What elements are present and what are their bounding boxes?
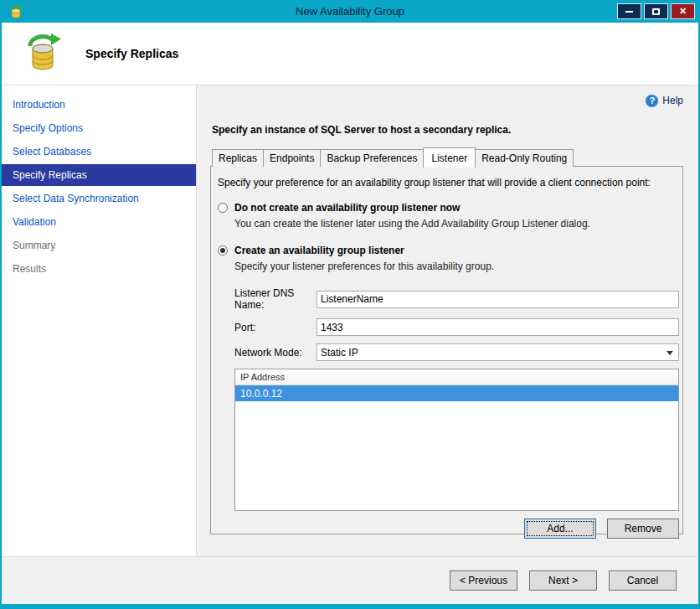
nav-item-introduction[interactable]: Introduction: [2, 94, 196, 116]
availability-group-icon: [8, 4, 23, 19]
port-input[interactable]: [317, 318, 679, 336]
remove-button[interactable]: Remove: [607, 519, 679, 539]
network-mode-select[interactable]: Static IP: [317, 343, 679, 361]
maximize-icon: [652, 8, 660, 15]
page-title: Specify Replicas: [85, 47, 178, 60]
nav-item-select-databases[interactable]: Select Databases: [2, 141, 196, 163]
ip-address-column-header[interactable]: IP Address: [235, 369, 678, 385]
main-pane: ? Help Specify an instance of SQL Server…: [197, 85, 698, 556]
minimize-icon: [625, 11, 633, 13]
listener-intro-text: Specify your preference for an availabil…: [218, 177, 681, 188]
wizard-footer: < Previous Next > Cancel: [2, 556, 698, 604]
chevron-down-icon: [667, 351, 673, 355]
port-row: Port:: [234, 318, 679, 336]
tab-replicas[interactable]: Replicas: [212, 149, 264, 167]
nav-item-specify-replicas[interactable]: Specify Replicas: [2, 164, 196, 186]
nav-item-validation[interactable]: Validation: [2, 211, 196, 233]
nav-item-results: Results: [2, 258, 196, 280]
radio-button-icon: [218, 203, 228, 213]
wizard-header: Specify Replicas: [2, 23, 698, 85]
tab-read-only-routing[interactable]: Read-Only Routing: [475, 149, 574, 167]
previous-button[interactable]: < Previous: [450, 570, 517, 591]
dns-name-label: Listener DNS Name:: [234, 287, 317, 311]
wizard-body: Introduction Specify Options Select Data…: [2, 85, 698, 556]
window-title: New Availability Group: [2, 5, 698, 18]
close-button[interactable]: ✕: [671, 3, 695, 19]
tab-endpoints[interactable]: Endpoints: [263, 149, 321, 167]
help-row: ? Help: [210, 92, 683, 109]
dns-name-row: Listener DNS Name:: [234, 287, 679, 311]
cancel-button[interactable]: Cancel: [609, 570, 677, 591]
listener-tab-panel: Specify your preference for an availabil…: [210, 166, 683, 534]
availability-group-database-icon: [23, 33, 62, 75]
radio-do-not-create-description: You can create the listener later using …: [234, 218, 681, 230]
help-icon: ?: [646, 95, 658, 107]
instruction-text: Specify an instance of SQL Server to hos…: [212, 124, 683, 136]
nav-item-summary: Summary: [2, 235, 196, 256]
ip-list-buttons: Add... Remove: [216, 519, 679, 539]
close-icon: ✕: [679, 6, 687, 17]
radio-button-selected-icon: [218, 245, 228, 255]
ip-address-row[interactable]: 10.0.0.12: [235, 385, 678, 401]
radio-create-listener[interactable]: Create an availability group listener: [218, 245, 681, 256]
tab-backup-preferences[interactable]: Backup Preferences: [320, 149, 424, 167]
nav-item-select-data-synchronization[interactable]: Select Data Synchronization: [2, 188, 196, 209]
nav-item-specify-options[interactable]: Specify Options: [2, 117, 196, 139]
title-bar: New Availability Group ✕: [2, 0, 698, 23]
window-controls: ✕: [617, 3, 695, 19]
radio-create-description: Specify your listener preferences for th…: [234, 261, 681, 272]
ip-address-list: IP Address 10.0.0.12: [234, 369, 679, 511]
wizard-nav: Introduction Specify Options Select Data…: [2, 85, 197, 556]
help-link[interactable]: Help: [662, 95, 683, 106]
add-button[interactable]: Add...: [524, 519, 596, 539]
next-button[interactable]: Next >: [529, 570, 597, 591]
network-mode-value: Static IP: [321, 347, 358, 359]
dns-name-input[interactable]: [317, 291, 679, 308]
network-mode-row: Network Mode: Static IP: [234, 343, 679, 361]
tab-strip: Replicas Endpoints Backup Preferences Li…: [210, 147, 683, 167]
radio-do-not-create-label: Do not create an availability group list…: [234, 202, 460, 214]
maximize-button[interactable]: [644, 3, 668, 19]
radio-do-not-create-listener[interactable]: Do not create an availability group list…: [218, 202, 681, 214]
port-label: Port:: [234, 322, 317, 333]
network-mode-label: Network Mode:: [234, 347, 317, 359]
minimize-button[interactable]: [617, 3, 641, 19]
new-availability-group-dialog: New Availability Group ✕ Specify Replica…: [0, 0, 700, 609]
radio-create-label: Create an availability group listener: [234, 245, 404, 256]
tab-listener[interactable]: Listener: [423, 147, 476, 168]
